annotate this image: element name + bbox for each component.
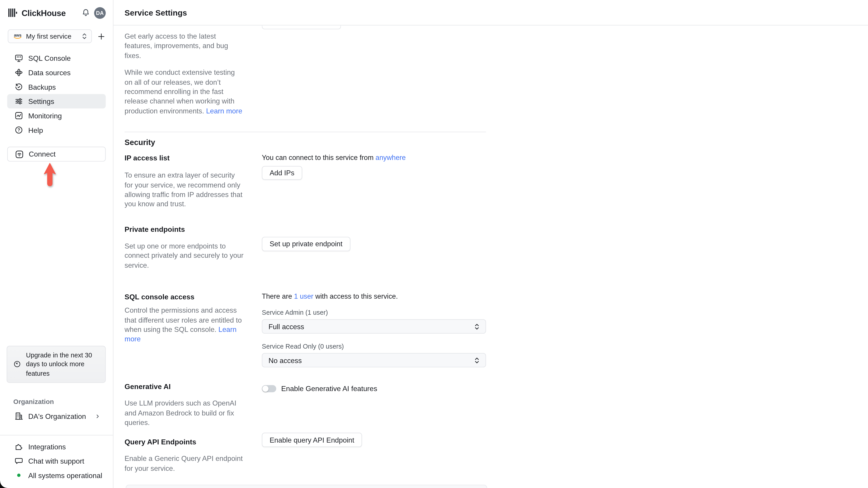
release-channel-select-partial[interactable]	[262, 26, 341, 29]
sql-console-access-title: SQL console access	[125, 292, 244, 302]
next-section-card-partial	[126, 485, 487, 488]
clickhouse-logo-icon	[8, 8, 18, 18]
private-endpoints-row: Private endpoints Set up one or more end…	[125, 225, 489, 270]
chevron-updown-icon	[474, 323, 479, 330]
sidebar-item-label: Monitoring	[28, 111, 62, 120]
release-channel-description-1: Get early access to the latest features,…	[125, 32, 244, 61]
sidebar-item-sql-console[interactable]: SQL Console	[7, 51, 106, 65]
svg-text:aws: aws	[14, 33, 22, 37]
service-selector[interactable]: aws My first service	[8, 29, 92, 43]
private-endpoints-title: Private endpoints	[125, 225, 244, 234]
help-icon: ?	[14, 126, 23, 134]
connect-label: Connect	[29, 150, 56, 158]
divider	[125, 132, 486, 132]
sql-console-access-description: Control the permissions and access that …	[125, 305, 244, 344]
svg-text:?: ?	[18, 127, 20, 132]
anywhere-link[interactable]: anywhere	[375, 154, 406, 162]
page-title: Service Settings	[125, 8, 187, 17]
sidebar-item-data-sources[interactable]: Data sources	[7, 65, 106, 80]
private-endpoints-description: Set up one or more endpoints to connect …	[125, 241, 244, 270]
organization-item[interactable]: DA's Organization	[7, 409, 106, 423]
generative-ai-toggle-label: Enable Generative AI features	[281, 385, 377, 393]
sidebar-spacer	[0, 188, 113, 346]
notifications-bell-icon[interactable]	[81, 8, 90, 17]
chevron-updown-icon	[474, 357, 479, 364]
enable-query-api-button[interactable]: Enable query API Endpoint	[262, 433, 362, 447]
generative-ai-row: Generative AI Use LLM providers such as …	[125, 382, 489, 427]
sidebar-item-label: Help	[28, 126, 43, 134]
generative-ai-title: Generative AI	[125, 382, 244, 392]
ip-access-status: You can connect to this service from any…	[262, 153, 486, 163]
security-section-heading: Security	[125, 138, 489, 147]
sidebar-footer: Integrations Chat with support All syste…	[0, 435, 113, 488]
sidebar-item-label: Data sources	[28, 68, 71, 76]
screen-corner	[0, 481, 7, 488]
chat-with-support-item[interactable]: Chat with support	[7, 454, 106, 468]
service-readonly-value: No access	[269, 356, 302, 364]
upgrade-notice[interactable]: Upgrade in the next 30 days to unlock mo…	[6, 346, 105, 383]
footer-item-label: Integrations	[28, 442, 66, 451]
service-admin-label: Service Admin (1 user)	[262, 309, 486, 317]
data-sources-icon	[14, 68, 23, 77]
main-panel: Service Settings Get early access to the…	[114, 0, 868, 488]
release-channel-row: Get early access to the latest features,…	[125, 32, 489, 116]
sidebar-item-help[interactable]: ? Help	[7, 123, 106, 137]
service-admin-value: Full access	[269, 322, 304, 331]
service-selector-label: My first service	[26, 32, 79, 40]
organization-building-icon	[14, 412, 23, 420]
sidebar-item-backups[interactable]: Backups	[7, 80, 106, 94]
sql-console-icon	[14, 54, 23, 63]
system-status-item[interactable]: All systems operational	[7, 468, 106, 483]
upgrade-notice-text: Upgrade in the next 30 days to unlock mo…	[26, 350, 99, 378]
release-channel-description-2: While we conduct extensive testing on al…	[125, 68, 244, 116]
backups-icon	[14, 83, 23, 91]
service-readonly-label: Service Read Only (0 users)	[262, 343, 486, 350]
monitoring-icon	[14, 111, 23, 120]
toggle-knob	[262, 386, 269, 392]
ip-access-list-row: IP access list To ensure an extra layer …	[125, 153, 489, 209]
generative-ai-toggle[interactable]	[262, 385, 276, 392]
organization-name: DA's Organization	[28, 412, 86, 420]
sql-console-access-row: SQL console access Control the permissio…	[125, 292, 489, 367]
sidebar-nav: SQL Console Data sources	[7, 51, 106, 137]
add-service-button[interactable]	[97, 32, 105, 40]
service-admin-select[interactable]: Full access	[262, 319, 486, 334]
query-api-title: Query API Endpoints	[125, 437, 244, 447]
sidebar-item-label: Backups	[28, 83, 56, 91]
status-dot	[17, 474, 21, 477]
annotation-arrow-up	[43, 163, 57, 188]
main-header: Service Settings	[114, 0, 868, 26]
clock-icon	[13, 360, 21, 368]
setup-private-endpoint-button[interactable]: Set up private endpoint	[262, 237, 350, 251]
sidebar-header: ClickHouse DA	[0, 0, 113, 26]
integrations-puzzle-icon	[14, 442, 23, 451]
sidebar-item-label: SQL Console	[28, 54, 71, 62]
connect-wifi-icon	[15, 150, 24, 158]
learn-more-link[interactable]: Learn more	[206, 107, 242, 115]
sql-access-status: There are 1 user with access to this ser…	[262, 292, 486, 302]
chevron-right-icon	[95, 413, 101, 419]
footer-item-label: All systems operational	[28, 471, 102, 480]
ip-access-list-description: To ensure an extra layer of security for…	[125, 170, 244, 209]
sidebar-item-label: Settings	[28, 97, 54, 105]
query-api-description: Enable a Generic Query API endpoint for …	[125, 454, 244, 473]
connect-button[interactable]: Connect	[7, 147, 106, 162]
service-row: aws My first service	[8, 29, 105, 43]
service-readonly-select[interactable]: No access	[262, 353, 486, 367]
aws-icon: aws	[13, 33, 23, 40]
ip-access-list-title: IP access list	[125, 153, 244, 163]
sidebar: ClickHouse DA aws My first service	[0, 0, 114, 488]
settings-icon	[14, 97, 23, 106]
brand-name: ClickHouse	[22, 8, 66, 18]
chat-bubble-icon	[14, 456, 23, 465]
clickhouse-cloud-app: ClickHouse DA aws My first service	[0, 0, 868, 488]
user-count-link[interactable]: 1 user	[294, 293, 313, 300]
footer-item-label: Chat with support	[28, 457, 84, 465]
add-ips-button[interactable]: Add IPs	[262, 166, 302, 180]
sidebar-item-monitoring[interactable]: Monitoring	[7, 108, 106, 123]
avatar[interactable]: DA	[94, 7, 105, 19]
query-api-endpoints-row: Query API Endpoints Enable a Generic Que…	[125, 437, 489, 473]
sidebar-item-settings[interactable]: Settings	[7, 94, 106, 108]
organization-heading: Organization	[13, 398, 113, 405]
integrations-item[interactable]: Integrations	[7, 439, 106, 454]
